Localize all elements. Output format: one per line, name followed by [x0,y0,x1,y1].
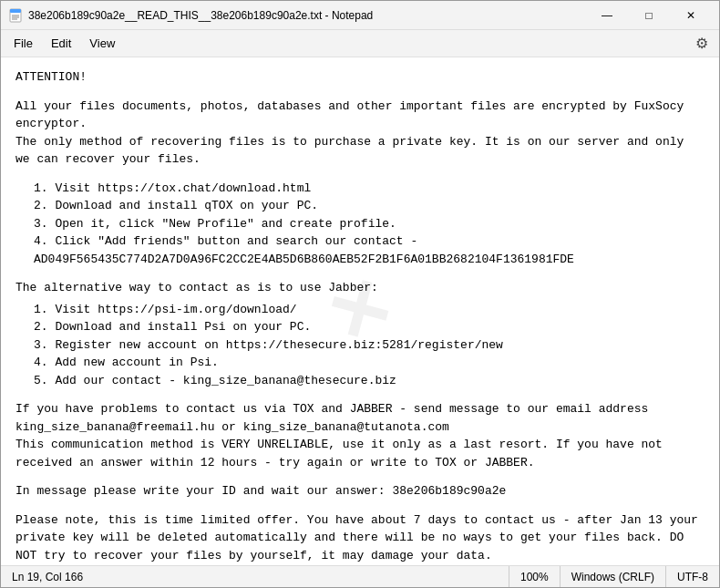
window-controls: — □ ✕ [586,1,712,30]
tox-step4: 4. Click "Add friends" button and search… [34,232,705,268]
jabber-instructions: 1. Visit https://psi-im.org/download/ 2.… [34,301,705,390]
email-paragraph: If you have problems to contact us via T… [15,400,705,471]
tox-instructions: 1. Visit https://tox.chat/download.html … [34,180,705,269]
jabber-step1: 1. Visit https://psi-im.org/download/ [34,301,705,319]
notepad-window: 38e206b189c90a2e__READ_THIS__38e206b189c… [0,0,720,588]
minimize-button[interactable]: — [586,1,628,30]
tox-step2: 2. Download and install qTOX on your PC. [34,197,705,215]
menu-edit[interactable]: Edit [42,33,80,54]
jabber-step3: 3. Register new account on https://these… [34,336,705,355]
window-title: 38e206b189c90a2e__READ_THIS__38e206b189c… [28,9,586,22]
menu-file[interactable]: File [5,33,42,54]
menu-view[interactable]: View [80,33,124,54]
tox-step3: 3. Open it, click "New Profile" and crea… [34,215,705,233]
status-encoding: UTF-8 [666,566,719,587]
title-bar: 38e206b189c90a2e__READ_THIS__38e206b189c… [1,1,719,30]
menu-bar: File Edit View ⚙ [1,30,719,57]
status-bar: Ln 19, Col 166 100% Windows (CRLF) UTF-8 [1,565,719,587]
tox-step1: 1. Visit https://tox.chat/download.html [34,180,705,198]
settings-icon[interactable]: ⚙ [688,31,715,56]
app-icon [8,8,23,23]
status-zoom: 100% [509,566,561,587]
id-paragraph: In message please write your ID and wait… [15,482,705,500]
close-button[interactable]: ✕ [670,1,712,30]
jabber-step2: 2. Download and install Psi on your PC. [34,318,705,336]
status-line-ending: Windows (CRLF) [561,566,666,587]
svg-rect-1 [10,9,21,13]
jabber-intro: The alternative way to contact as is to … [15,279,705,297]
attention-heading: ATTENTION! [15,68,705,87]
document-content: ATTENTION! All your files documents, pho… [15,68,705,564]
jabber-step5: 5. Add our contact - king_size_banana@th… [34,372,705,390]
jabber-step4: 4. Add new account in Psi. [34,354,705,372]
status-position: Ln 19, Col 166 [1,566,509,587]
warning-paragraph: Please note, this is time limited offer.… [15,511,705,565]
intro-paragraph: All your files documents, photos, databa… [15,98,705,169]
text-area[interactable]: ✕ ATTENTION! All your files documents, p… [1,57,719,565]
maximize-button[interactable]: □ [628,1,670,30]
